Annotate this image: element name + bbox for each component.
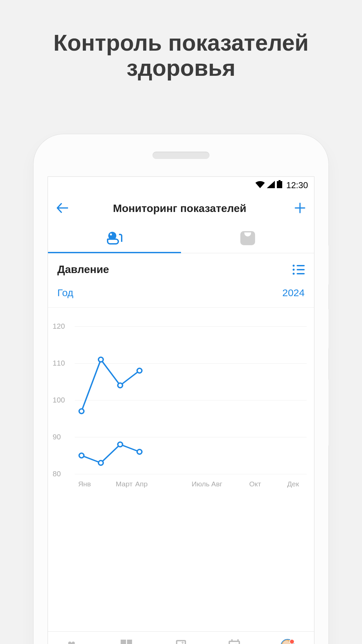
- metric-tabs: [48, 223, 314, 253]
- chart-x-tick: Апр: [135, 480, 147, 488]
- chart-x-tick: Март: [116, 480, 132, 488]
- nav-medcard[interactable]: Медкарта: [155, 632, 208, 644]
- chart-x-tick: Янв: [78, 480, 91, 488]
- chart-x-tick: Дек: [287, 480, 299, 488]
- phone-side-button: [328, 245, 331, 285]
- nav-events[interactable]: События: [207, 632, 261, 644]
- tab-pressure[interactable]: [48, 223, 181, 253]
- avatar-icon: [281, 639, 295, 644]
- scale-icon: [240, 231, 255, 245]
- chart-x-tick: Окт: [249, 480, 261, 488]
- chart-plot: [75, 326, 307, 474]
- nav-menu[interactable]: Меню: [261, 632, 314, 644]
- svg-rect-1: [277, 181, 282, 188]
- svg-point-9: [137, 449, 142, 454]
- chart-x-tick: Июль: [192, 480, 210, 488]
- section-header: Давление: [48, 253, 314, 283]
- svg-point-3: [99, 357, 103, 362]
- svg-point-6: [79, 453, 84, 458]
- battery-icon: [277, 180, 282, 191]
- chart-container: 8090100110120 ЯнвМартАпрИюльАвгОктДек: [48, 308, 314, 487]
- chart-y-tick: 110: [53, 359, 65, 368]
- app-bar: Мониторинг показателей: [48, 194, 314, 223]
- bottom-nav: Здоровье Клиники Медкарта События Меню: [48, 631, 314, 644]
- medcard-icon: [174, 640, 188, 644]
- svg-point-7: [99, 461, 103, 465]
- building-icon: [121, 640, 135, 644]
- phone-side-button: [328, 379, 331, 446]
- svg-point-2: [79, 409, 84, 414]
- nav-health[interactable]: Здоровье: [48, 632, 101, 644]
- list-view-button[interactable]: [293, 265, 305, 275]
- appbar-title: Мониторинг показателей: [65, 202, 295, 215]
- chart: 8090100110120: [53, 326, 307, 474]
- svg-rect-0: [279, 180, 281, 181]
- tab-weight[interactable]: [181, 223, 314, 253]
- status-time: 12:30: [286, 180, 308, 191]
- chart-y-tick: 100: [53, 396, 65, 405]
- phone-speaker: [153, 152, 209, 159]
- chart-x-axis: ЯнвМартАпрИюльАвгОктДек: [53, 474, 307, 484]
- calendar-icon: [227, 640, 241, 644]
- svg-point-5: [137, 368, 142, 373]
- add-button[interactable]: [295, 200, 305, 217]
- svg-point-4: [118, 383, 122, 388]
- chart-x-tick: Авг: [211, 480, 222, 488]
- promo-title: Контроль показателей здоровья: [0, 0, 362, 80]
- phone-frame: 12:30 Мониторинг показателей Давление: [34, 134, 328, 644]
- section-title: Давление: [57, 263, 109, 276]
- blood-pressure-icon: [107, 232, 122, 245]
- signal-icon: [267, 180, 275, 191]
- chart-y-tick: 90: [53, 433, 61, 441]
- heart-icon: [67, 640, 81, 644]
- phone-side-button: [328, 309, 331, 349]
- period-label: Год: [57, 287, 73, 299]
- status-bar: 12:30: [48, 177, 314, 194]
- app-screen: 12:30 Мониторинг показателей Давление: [48, 176, 314, 644]
- wifi-icon: [255, 180, 265, 191]
- svg-point-8: [118, 442, 122, 447]
- chart-y-tick: 120: [53, 322, 65, 331]
- period-value: 2024: [282, 287, 305, 299]
- nav-clinics[interactable]: Клиники: [101, 632, 155, 644]
- period-selector[interactable]: Год 2024: [48, 283, 314, 308]
